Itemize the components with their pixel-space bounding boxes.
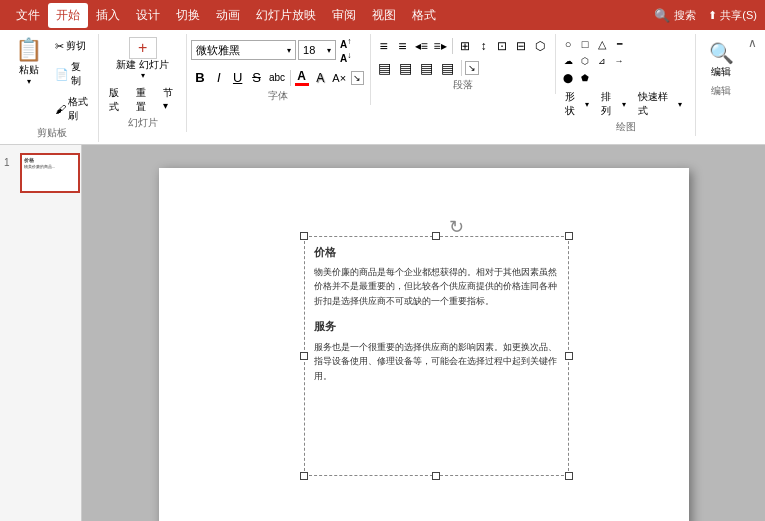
char-spacing-icon: abc [269,72,285,83]
section-button[interactable]: 节▾ [159,84,180,116]
text-direction-button[interactable]: ⊡ [493,36,511,56]
edit-icon: 🔍 [709,41,734,65]
font-group-label: 字体 [187,89,370,103]
search-icon: 🔍 [654,8,670,23]
shape-icon-9[interactable]: ⬤ [560,70,576,86]
canvas-area: ↻ 价格 物美价廉的商品是每个企业都想获得的。相对于其他因素虽然价格并不是最重要… [82,145,765,521]
font-name-selector[interactable]: 微软雅黑 ▾ [191,40,296,60]
section1-body: 物美价廉的商品是每个企业都想获得的。相对于其他因素虽然价格并不是最重要的，但比较… [314,265,559,308]
shape-icon-2[interactable]: □ [577,36,593,52]
bold-icon: B [195,70,204,85]
shape-icon-7[interactable]: ⊿ [594,53,610,69]
rotate-handle[interactable]: ↻ [449,216,464,238]
menu-format[interactable]: 格式 [404,3,444,28]
section2-heading: 服务 [314,318,559,336]
decrease-indent-button[interactable]: ◂≡ [412,36,430,56]
clear-format-button[interactable]: A× [330,67,348,89]
handle-top-center[interactable] [432,232,440,240]
slide-canvas[interactable]: ↻ 价格 物美价廉的商品是每个企业都想获得的。相对于其他因素虽然价格并不是最重要… [159,168,689,522]
font-group-expand[interactable]: ↘ [351,71,364,85]
paste-dropdown[interactable]: ▾ [27,77,31,86]
shape-icon-5[interactable]: ☁ [560,53,576,69]
italic-icon: I [217,70,221,85]
text-box-container[interactable]: 价格 物美价廉的商品是每个企业都想获得的。相对于其他因素虽然价格并不是最重要的，… [304,236,569,476]
font-name-dropdown[interactable]: ▾ [287,46,291,55]
shape-icon-1[interactable]: ○ [560,36,576,52]
align-left-button[interactable]: ▤ [375,58,395,78]
new-slide-button[interactable]: + 新建 幻灯片 ▾ [109,34,176,83]
menu-slideshow[interactable]: 幻灯片放映 [248,3,324,28]
increase-font-button[interactable]: A↑ [338,36,353,50]
align-right-button[interactable]: ▤ [417,58,437,78]
shape-icon-8[interactable]: → [611,53,627,69]
menu-home[interactable]: 开始 [48,3,88,28]
handle-bottom-center[interactable] [432,472,440,480]
handle-middle-right[interactable] [565,352,573,360]
cut-button[interactable]: ✂ 剪切 [51,36,92,56]
new-slide-dropdown[interactable]: ▾ [141,71,145,80]
shapes-button[interactable]: 形状 ▾ [560,88,594,120]
decrease-font-button[interactable]: A↓ [338,50,353,64]
font-size-value: 18 [303,44,315,56]
numbering-button[interactable]: ≡ [393,36,411,56]
new-slide-label: 新建 幻灯片 [116,59,169,71]
paste-icon: 📋 [15,37,42,63]
quick-styles-label: 快速样式 [638,90,677,118]
smartart-button[interactable]: ⬡ [531,36,549,56]
text-shadow-icon: A [316,71,324,85]
columns-button[interactable]: ⊞ [456,36,474,56]
increase-indent-button[interactable]: ≡▸ [431,36,449,56]
font-color-button[interactable]: A [293,67,311,89]
font-size-dropdown[interactable]: ▾ [327,46,331,55]
paste-button[interactable]: 📋 粘贴 ▾ [8,34,49,89]
shape-icon-3[interactable]: △ [594,36,610,52]
menu-review[interactable]: 审阅 [324,3,364,28]
menu-transitions[interactable]: 切换 [168,3,208,28]
arrange-label: 排列 [601,90,620,118]
font-size-selector[interactable]: 18 ▾ [298,40,336,60]
clipboard-group-label: 剪贴板 [6,126,98,140]
edit-button[interactable]: 🔍 编辑 [700,36,743,84]
handle-middle-left[interactable] [300,352,308,360]
edit-label: 编辑 [711,65,731,79]
menu-view[interactable]: 视图 [364,3,404,28]
copy-button[interactable]: 📄 复制 [51,57,92,91]
collapse-ribbon-button[interactable]: ∧ [746,34,759,52]
align-center-button[interactable]: ▤ [396,58,416,78]
line-spacing-button[interactable]: ↕ [475,36,493,56]
menu-design[interactable]: 设计 [128,3,168,28]
handle-top-right[interactable] [565,232,573,240]
strikethrough-icon: S [252,70,261,85]
menu-file[interactable]: 文件 [8,3,48,28]
format-painter-button[interactable]: 🖌 格式刷 [51,92,92,126]
justify-button[interactable]: ▤ [438,58,458,78]
reset-button[interactable]: 重置 [132,84,157,116]
paragraph-group-label: 段落 [371,78,555,92]
share-button[interactable]: ⬆ 共享(S) [708,8,757,23]
handle-bottom-right[interactable] [565,472,573,480]
align-text-button[interactable]: ⊟ [512,36,530,56]
arrange-button[interactable]: 排列 ▾ [596,88,630,120]
char-spacing-button[interactable]: abc [266,68,287,88]
bold-button[interactable]: B [191,68,209,88]
handle-top-left[interactable] [300,232,308,240]
menu-insert[interactable]: 插入 [88,3,128,28]
search-label[interactable]: 搜索 [674,8,696,23]
format-painter-label: 格式刷 [68,95,88,123]
text-shadow-button[interactable]: A [311,67,329,89]
paragraph-group-expand[interactable]: ↘ [465,61,479,75]
font-color-icon: A [297,69,306,83]
layout-button[interactable]: 版式 [105,84,130,116]
quick-styles-button[interactable]: 快速样式 ▾ [633,88,687,120]
menu-animations[interactable]: 动画 [208,3,248,28]
italic-button[interactable]: I [210,68,228,88]
strikethrough-button[interactable]: S [248,68,266,88]
slide-thumbnail[interactable]: 价格 物美价廉的商品... [20,153,80,193]
underline-button[interactable]: U [229,68,247,88]
bullets-button[interactable]: ≡ [375,36,393,56]
shape-icon-4[interactable]: ━ [611,36,627,52]
handle-bottom-left[interactable] [300,472,308,480]
shape-icon-10[interactable]: ⬟ [577,70,593,86]
text-box-content: 价格 物美价廉的商品是每个企业都想获得的。相对于其他因素虽然价格并不是最重要的，… [304,236,569,392]
shape-icon-6[interactable]: ⬡ [577,53,593,69]
